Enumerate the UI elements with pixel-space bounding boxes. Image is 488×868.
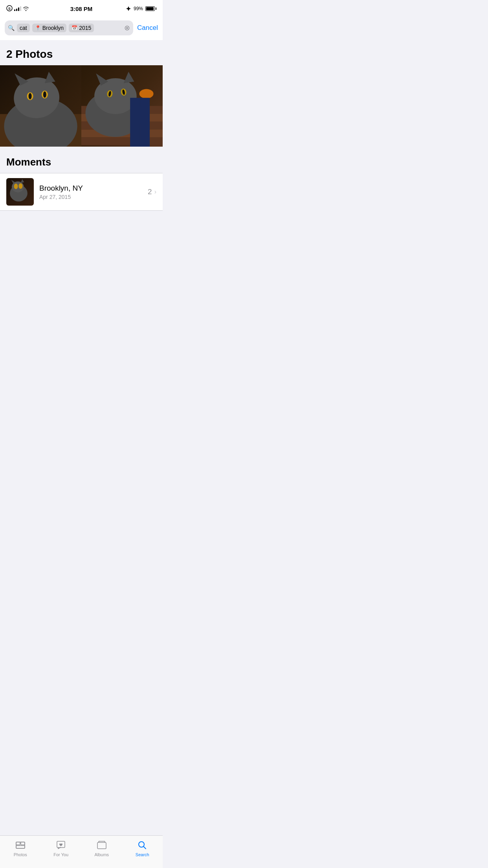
wifi-icon: [23, 6, 29, 11]
status-time: 3:08 PM: [70, 6, 93, 12]
moment-item[interactable]: Brooklyn, NY Apr 27, 2015 2 ›: [0, 173, 163, 211]
year-tag-label: 2015: [79, 25, 91, 31]
search-bar-container: 🔍 cat 📍 Brooklyn 📅 2015 ⊗ Cancel: [0, 17, 163, 40]
cancel-button[interactable]: Cancel: [137, 24, 158, 32]
photo-cell-1[interactable]: [0, 65, 81, 147]
moment-count: 2 ›: [148, 188, 156, 196]
carrier-info: S: [6, 5, 29, 13]
search-tag-cat[interactable]: cat: [17, 24, 30, 32]
moment-location: Brooklyn, NY: [39, 184, 142, 193]
moments-title: Moments: [6, 156, 156, 168]
signal-bars: [14, 6, 21, 11]
battery-icon: [145, 6, 156, 11]
search-bar[interactable]: 🔍 cat 📍 Brooklyn 📅 2015 ⊗: [5, 20, 133, 35]
search-icon: 🔍: [8, 25, 15, 31]
photos-count-label: 2 Photos: [6, 48, 156, 61]
photos-count-section: 2 Photos: [0, 40, 163, 65]
svg-text:S: S: [8, 7, 11, 11]
status-right: 99%: [126, 6, 156, 11]
search-tag-2015[interactable]: 📅 2015: [69, 24, 94, 32]
search-clear-button[interactable]: ⊗: [124, 24, 130, 32]
moment-thumb-image: [6, 178, 34, 206]
cat-photo-2: [81, 65, 163, 147]
cat-photo-1: [0, 65, 81, 147]
brooklyn-tag-label: Brooklyn: [42, 25, 64, 31]
status-bar: S 3:08 PM 99%: [0, 0, 163, 17]
siri-icon: S: [6, 5, 13, 13]
moment-count-number: 2: [148, 188, 152, 196]
moment-date: Apr 27, 2015: [39, 194, 142, 200]
moment-info: Brooklyn, NY Apr 27, 2015: [39, 184, 142, 200]
cat-tag-label: cat: [20, 25, 27, 31]
battery-percentage: 99%: [134, 6, 143, 11]
photo-grid: [0, 65, 163, 147]
moment-thumbnail: [6, 178, 34, 206]
search-tag-brooklyn[interactable]: 📍 Brooklyn: [32, 24, 66, 32]
moments-header: Moments: [0, 156, 163, 173]
chevron-right-icon: ›: [154, 188, 156, 195]
calendar-tag-icon: 📅: [72, 25, 77, 31]
location-tag-icon: 📍: [35, 25, 41, 31]
main-content: 2 Photos Moments Brooklyn, NY Apr 27, 20…: [0, 40, 163, 246]
moments-section: Moments Brooklyn, NY Apr 27, 2015 2 ›: [0, 156, 163, 211]
photo-cell-2[interactable]: [81, 65, 163, 147]
location-icon: [126, 6, 131, 11]
